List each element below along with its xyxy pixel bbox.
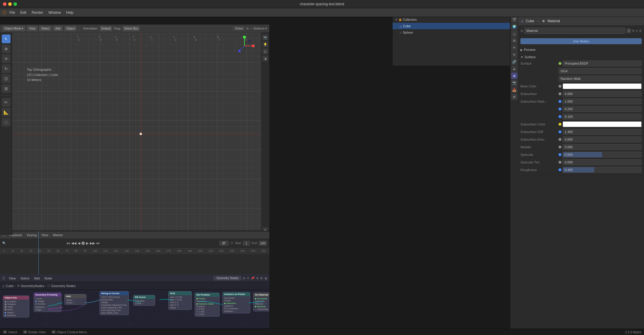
viewport-gizmo[interactable] — [234, 36, 255, 57]
subsurface-anis-value[interactable]: 0.000 — [563, 137, 642, 142]
ne-view-menu[interactable]: View — [8, 276, 17, 281]
options-btn[interactable]: Options ▾ — [253, 27, 267, 30]
viewport-select-menu[interactable]: Select — [39, 26, 52, 31]
subsurface-value[interactable]: 0.000 — [563, 91, 642, 97]
editor-type-dropdown[interactable]: Geometry Nodes — [214, 276, 241, 280]
ne-tool2[interactable]: ⊞ — [260, 277, 263, 280]
breadcrumb-node-group[interactable]: Geometry Nodes — [51, 284, 76, 288]
orientation-dropdown[interactable]: Default — [100, 26, 112, 31]
subsurface-color-swatch[interactable] — [563, 121, 642, 127]
drag-dropdown[interactable]: Select Box — [123, 26, 140, 31]
subsurface-ior-value[interactable]: 1.400 — [563, 129, 642, 135]
specular-tint-value[interactable]: 0.000 — [563, 159, 642, 165]
object-mode-dropdown[interactable]: Object Mode ▾ — [2, 26, 25, 31]
viewport-view-menu[interactable]: View — [27, 26, 37, 31]
use-nodes-button[interactable]: Use Nodes — [520, 38, 642, 44]
transform-tool-button[interactable]: ⊞ — [2, 84, 11, 93]
annotate-tool-button[interactable]: ✏ — [2, 98, 11, 107]
ggx-dropdown[interactable]: GGX — [559, 68, 642, 74]
viewport-object-menu[interactable]: Object — [64, 26, 77, 31]
overlay-icon[interactable]: ⊡ — [262, 49, 268, 54]
close-button[interactable] — [3, 2, 6, 6]
ne-close-icon[interactable]: ✕ — [247, 277, 249, 280]
breadcrumb-geonodes[interactable]: GeometryNodes — [21, 284, 44, 288]
scene-props-icon[interactable]: 🎬 — [511, 16, 518, 23]
particles-props-icon[interactable]: ✦ — [511, 44, 518, 51]
preview-toggle[interactable]: ▶ Preview — [520, 47, 642, 52]
end-frame-input[interactable]: 100 — [259, 241, 267, 246]
global-dropdown[interactable]: Global — [232, 26, 245, 31]
play-pause-button[interactable] — [81, 241, 85, 245]
select-tool-button[interactable]: ↖ — [2, 34, 11, 43]
prev-keyframe-button[interactable]: ◀◀ — [71, 241, 76, 245]
ne-select-menu[interactable]: Select — [19, 276, 31, 281]
menu-render[interactable]: Render — [29, 10, 45, 15]
roughness-value[interactable]: 0.400 — [563, 167, 642, 173]
skip-end-button[interactable]: ⏭ — [96, 241, 100, 245]
menu-help[interactable]: Help — [64, 10, 76, 15]
material-list-icon[interactable]: ☰ — [520, 29, 523, 32]
node-grid[interactable]: Grid Size X 5.00 Size Y 5.00 Vert X 3 Ve… — [168, 291, 192, 310]
node-set-position[interactable]: Set Position ■ Points Selection ■ Instan… — [195, 293, 220, 317]
viewport-add-menu[interactable]: Add — [53, 26, 63, 31]
ne-tool3[interactable]: ◑ — [264, 277, 267, 280]
ne-add-menu[interactable]: Add — [33, 276, 41, 281]
viewport-area[interactable]: Top Orthographic (37) Collection | Cube … — [12, 33, 269, 235]
material-name-field[interactable]: Material — [524, 27, 625, 34]
timeline-marker-menu[interactable]: Marker — [52, 233, 64, 237]
constraints-props-icon[interactable]: 🔗 — [511, 58, 518, 65]
subsurface-r3-value[interactable]: 0.100 — [563, 114, 642, 120]
node-add[interactable]: Add Value → Vector → — [64, 294, 86, 305]
material-delete-icon[interactable]: ✕ — [636, 29, 638, 32]
snap-icon[interactable]: ⊙ — [246, 27, 249, 30]
object-props-icon[interactable]: △ — [511, 30, 518, 37]
timeline-keying-menu[interactable]: Keying — [26, 233, 38, 237]
ne-copy-icon[interactable]: ⧉ — [243, 277, 245, 280]
proportional-edit-icon[interactable]: ○ — [250, 27, 252, 30]
measure-tool-button[interactable]: 📐 — [2, 108, 11, 117]
cursor-tool-button[interactable]: ⊕ — [2, 44, 11, 53]
light-icon[interactable]: 💡 — [262, 42, 268, 47]
subsurface-r2-value[interactable]: 0.200 — [563, 106, 642, 112]
view-layer-props-icon[interactable]: ⊞ — [511, 94, 518, 100]
principled-bsdf-dropdown[interactable]: Principled BSDF — [563, 61, 642, 66]
rotate-tool-button[interactable]: ↻ — [2, 64, 11, 73]
current-frame-input[interactable]: 37 — [219, 241, 229, 246]
ne-pin-icon[interactable]: 📌 — [251, 277, 254, 280]
camera-icon[interactable]: 📷 — [262, 34, 268, 40]
node-object-info[interactable]: Object Info Location Rotation Scale Inde… — [3, 296, 29, 317]
timeline-view-menu[interactable]: View — [40, 233, 49, 237]
specular-value[interactable]: 0.500 — [563, 152, 642, 158]
output-props-icon[interactable]: 📤 — [511, 87, 518, 93]
menu-file[interactable]: File — [7, 10, 17, 15]
node-canvas[interactable]: Object Info Location Rotation Scale Inde… — [0, 290, 269, 328]
render-props-icon[interactable]: 📷 — [511, 80, 518, 86]
add-primitive-button[interactable]: □ — [2, 118, 11, 127]
node-geometry-proximity[interactable]: Geometry Proximity Center ■Target ●Sourc… — [34, 293, 61, 312]
physics-props-icon[interactable]: ↯ — [511, 51, 518, 58]
metallic-value[interactable]: 0.000 — [563, 144, 642, 150]
data-props-icon[interactable]: ▲ — [511, 65, 518, 72]
ne-node-menu[interactable]: Node — [43, 276, 53, 281]
base-color-swatch[interactable] — [563, 83, 642, 89]
modifiers-props-icon[interactable]: ⚙ — [511, 37, 518, 44]
node-fill-curve[interactable]: Fill Curve Triangles Curve → — [133, 295, 155, 306]
subsurface-radius-value[interactable]: 1.000 — [563, 99, 642, 104]
step-forward-button[interactable]: ▶ — [86, 241, 89, 245]
material-copy-icon[interactable]: ⧉ — [632, 29, 634, 32]
step-back-button[interactable]: ◀ — [78, 241, 80, 245]
ne-tool1[interactable]: ⊕ — [256, 277, 258, 280]
playhead-marker[interactable] — [38, 248, 39, 254]
node-set-material[interactable]: Set Material ■ Geometry Selection Materi… — [253, 293, 269, 311]
minimize-button[interactable] — [8, 2, 12, 6]
skip-start-button[interactable]: ⏮ — [66, 241, 70, 245]
material-options-icon[interactable]: ☰ — [639, 29, 642, 32]
scale-tool-button[interactable]: ⊡ — [2, 74, 11, 83]
node-instance-on-points[interactable]: Instance on Points Geometry Points ■ Sel… — [222, 292, 250, 313]
search-icon[interactable]: 🔍 — [2, 241, 6, 245]
world-props-icon[interactable]: 🌍 — [511, 23, 518, 30]
start-frame-input[interactable]: 1 — [243, 241, 250, 246]
surface-toggle[interactable]: ▼ Surface — [520, 54, 642, 60]
timeline-body[interactable] — [0, 254, 269, 275]
material-props-icon[interactable]: ◉ — [511, 72, 518, 79]
